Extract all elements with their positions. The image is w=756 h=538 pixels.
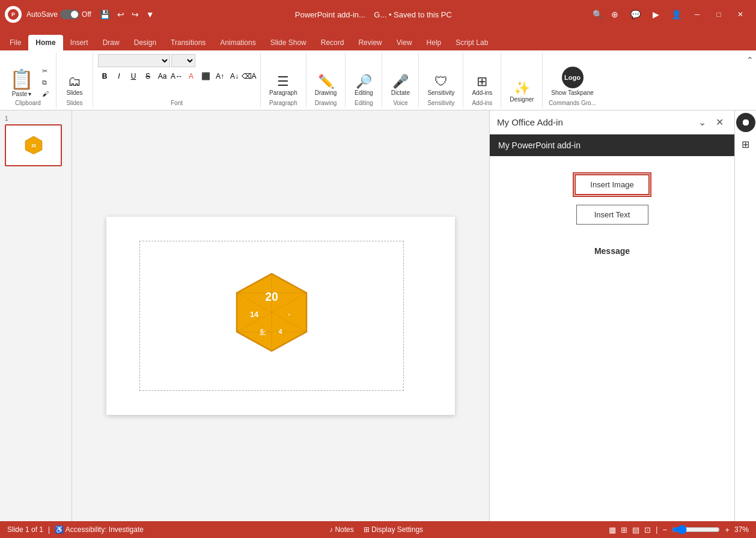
tab-slideshow[interactable]: Slide Show	[263, 35, 314, 50]
filename: PowerPoint add-in... G... • Saved to thi…	[158, 10, 589, 19]
notes-button[interactable]: ♪ Notes	[329, 525, 354, 534]
font-row1	[98, 54, 195, 67]
designer-group-label	[506, 105, 537, 106]
zoom-in-button[interactable]: +	[725, 525, 730, 534]
redo-button[interactable]: ↪	[128, 7, 142, 22]
charspacing-button[interactable]: A↔	[170, 70, 183, 83]
share-button[interactable]: ⊕	[606, 7, 623, 22]
ribbon-group-designer: ✨ Designer	[501, 53, 543, 107]
font-color-button[interactable]: A	[184, 70, 198, 83]
presenter-view-button[interactable]: ⊡	[644, 525, 651, 534]
ribbon-group-commands: Logo Show Taskpane Commands Gro...	[543, 53, 602, 107]
svg-text:20: 20	[31, 144, 36, 148]
slide-canvas[interactable]: 20 14 · 6· 4	[106, 217, 455, 415]
paste-button[interactable]: 📋 Paste ▾	[5, 67, 38, 98]
paste-icon: 📋	[10, 68, 34, 91]
ribbon-group-drawing: ✏️ Drawing Drawing	[306, 53, 346, 107]
insert-text-button[interactable]: Insert Text	[576, 205, 648, 225]
tab-insert[interactable]: Insert	[63, 35, 96, 50]
editing-button[interactable]: 🔎 Editing	[350, 73, 377, 98]
highlight-button[interactable]: ⬛	[199, 70, 212, 83]
view-outline-button[interactable]: ⊞	[621, 525, 627, 534]
sensitivity-button[interactable]: 🛡 Sensitivity	[424, 73, 458, 98]
case-button[interactable]: Aa	[156, 70, 169, 83]
sensitivity-label: Sensitivity	[427, 89, 454, 96]
cut-icon: ✂	[42, 67, 47, 75]
underline-button[interactable]: U	[127, 70, 140, 83]
tab-home[interactable]: Home	[28, 35, 62, 50]
drawing-group-label: Drawing	[311, 98, 341, 106]
editing-group-label: Editing	[350, 98, 377, 106]
format-painter-button[interactable]: 🖌	[40, 89, 51, 98]
slides-group-label: Slides	[61, 98, 88, 106]
show-taskpane-button[interactable]: Logo Show Taskpane	[547, 64, 597, 98]
tab-design[interactable]: Design	[127, 35, 163, 50]
comments-button[interactable]: 💬	[626, 7, 645, 22]
font-size-decrease[interactable]: A↓	[228, 70, 241, 83]
editing-icon: 🔎	[356, 75, 372, 88]
tab-scriptlab[interactable]: Script Lab	[448, 35, 495, 50]
ribbon-collapse-icon[interactable]: ⌃	[746, 55, 754, 65]
slide-thumbnail[interactable]: 20	[5, 124, 62, 166]
slides-button[interactable]: 🗂 Slides	[61, 73, 88, 98]
tab-draw[interactable]: Draw	[96, 35, 127, 50]
accessibility-text: Accessibility: Investigate	[66, 525, 144, 534]
clear-format-button[interactable]: ⌫A	[242, 70, 255, 83]
clipboard-mini-btns: ✂ ⧉ 🖌	[40, 66, 51, 98]
zoom-slider[interactable]	[672, 525, 720, 534]
tab-animations[interactable]: Animations	[213, 35, 263, 50]
undo-button[interactable]: ↩	[114, 7, 128, 22]
zoom-label: 37%	[734, 525, 749, 534]
user-button[interactable]: 👤	[666, 7, 686, 22]
accessibility-icon: ♿	[55, 525, 64, 534]
view-normal-button[interactable]: ▦	[609, 525, 616, 534]
app-logo: P	[5, 6, 22, 23]
view-reading-button[interactable]: ▤	[632, 525, 639, 534]
ribbon-expand-btn[interactable]: ⌃	[744, 53, 756, 107]
search-button[interactable]: 🔍	[589, 7, 606, 22]
tab-view[interactable]: View	[389, 35, 419, 50]
tab-file[interactable]: File	[2, 35, 28, 50]
dice-svg: 20 14 · 6· 4	[230, 271, 314, 361]
save-button[interactable]: 💾	[96, 7, 114, 22]
addins-button[interactable]: ⊞ Add-ins	[468, 73, 496, 98]
strikethrough-button[interactable]: S	[141, 70, 154, 83]
display-settings-button[interactable]: ⊞ Display Settings	[364, 525, 423, 534]
font-family-select[interactable]	[98, 54, 170, 67]
paste-dropdown-icon: ▾	[28, 91, 31, 97]
tab-help[interactable]: Help	[419, 35, 449, 50]
paste-label: Paste ▾	[12, 91, 32, 97]
close-button[interactable]: ✕	[730, 6, 751, 23]
window-controls: ─ □ ✕	[686, 6, 751, 23]
side-icon-layers[interactable]: ⊞	[736, 134, 755, 154]
showtaskpane-label: Show Taskpane	[551, 89, 593, 96]
addin-close-button[interactable]: ✕	[712, 115, 727, 129]
addin-title: My Office Add-in	[497, 117, 563, 127]
cut-button[interactable]: ✂	[40, 66, 51, 76]
present-button[interactable]: ▶	[648, 7, 664, 22]
cloud-save-status: G... • Saved to this PC	[374, 10, 452, 19]
svg-text:4: 4	[279, 328, 282, 335]
tab-review[interactable]: Review	[351, 35, 389, 50]
italic-button[interactable]: I	[112, 70, 126, 83]
status-separator: |	[48, 525, 50, 534]
zoom-out-button[interactable]: −	[662, 525, 667, 534]
maximize-button[interactable]: □	[708, 6, 730, 23]
addin-collapse-button[interactable]: ⌄	[695, 115, 710, 129]
insert-image-button[interactable]: Insert Image	[575, 174, 649, 195]
drawing-button[interactable]: ✏️ Drawing	[311, 73, 341, 98]
addins-content: ⊞ Add-ins	[468, 54, 496, 98]
copy-button[interactable]: ⧉	[40, 77, 51, 88]
paragraph-button[interactable]: ☰ Paragraph	[266, 73, 301, 98]
dictate-button[interactable]: 🎤 Dictate	[387, 73, 413, 98]
side-icon-record[interactable]: ⏺	[736, 113, 755, 132]
tab-record[interactable]: Record	[314, 35, 352, 50]
designer-button[interactable]: ✨ Designer	[506, 79, 537, 105]
customize-btn[interactable]: ▼	[142, 7, 158, 22]
font-size-increase[interactable]: A↑	[213, 70, 227, 83]
bold-button[interactable]: B	[98, 70, 111, 83]
tab-transitions[interactable]: Transitions	[163, 35, 213, 50]
font-size-select[interactable]	[171, 54, 195, 67]
minimize-button[interactable]: ─	[686, 6, 708, 23]
autosave-toggle[interactable]	[60, 10, 79, 19]
